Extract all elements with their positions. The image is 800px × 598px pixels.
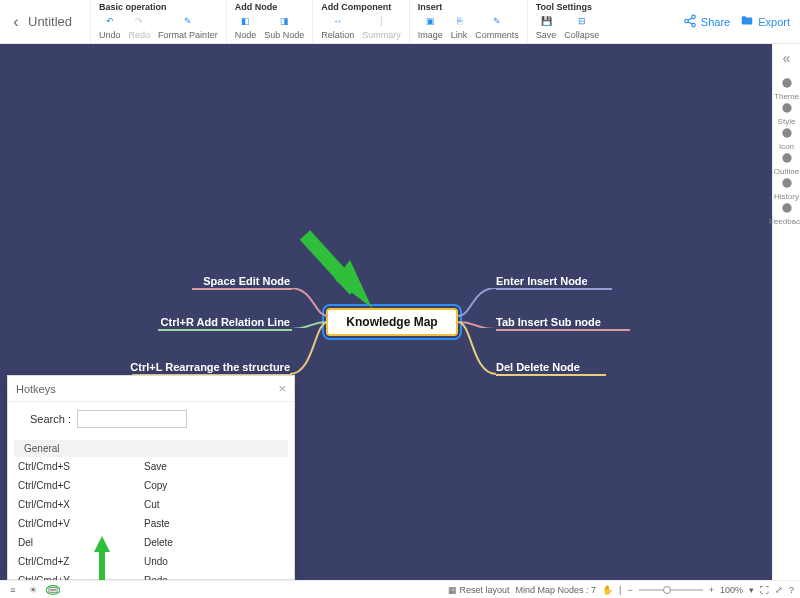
hotkey-key: Ctrl/Cmd+Z — [18, 556, 144, 567]
hotkey-action: Copy — [144, 480, 167, 491]
hotkey-row: Ctrl/Cmd+VPaste — [8, 514, 294, 533]
zoom-level: 100% — [720, 585, 743, 595]
smile-icon — [780, 126, 794, 140]
svg-rect-10 — [49, 587, 57, 592]
tool-undo[interactable]: ↶Undo — [99, 13, 121, 40]
svg-point-9 — [46, 585, 59, 594]
summary-icon: ] — [373, 13, 389, 29]
close-icon[interactable]: × — [278, 381, 286, 396]
hotkey-action: Undo — [144, 556, 168, 567]
svg-point-0 — [692, 15, 696, 18]
toolbar-group: Basic operation↶Undo↷Redo✎Format Painter — [90, 0, 226, 43]
branch-left-2[interactable]: Ctrl+L Rearrange the structure — [0, 361, 290, 373]
tool-comments[interactable]: ✎Comments — [475, 13, 519, 40]
annotation-arrow-small-icon — [92, 534, 112, 582]
link-icon: ⎘ — [451, 13, 467, 29]
sidebar-collapse-icon[interactable]: « — [783, 50, 791, 66]
sidebar-item-label: Icon — [779, 142, 794, 151]
keyboard-icon[interactable] — [46, 584, 60, 596]
tool-label: Sub Node — [264, 30, 304, 40]
sidebar-item-label: Theme — [774, 92, 799, 101]
svg-point-5 — [782, 128, 791, 137]
image-icon: ▣ — [422, 13, 438, 29]
tool-label: Undo — [99, 30, 121, 40]
hotkey-row: Ctrl/Cmd+XCut — [8, 495, 294, 514]
zoom-slider[interactable] — [639, 589, 703, 591]
hotkey-row: Ctrl/Cmd+SSave — [8, 457, 294, 476]
hotkey-action: Paste — [144, 518, 170, 529]
hotkey-row: Ctrl/Cmd+CCopy — [8, 476, 294, 495]
tool-label: Node — [235, 30, 257, 40]
svg-point-2 — [692, 23, 696, 27]
tool-label: Link — [451, 30, 468, 40]
tool-node[interactable]: ◧Node — [235, 13, 257, 40]
branch-left-0[interactable]: Space Edit Node — [0, 275, 290, 287]
fit-screen-icon[interactable]: ⛶ — [760, 585, 769, 595]
status-bar: ≡ ☀ ▦ Reset layout Mind Map Nodes : 7 ✋ … — [0, 580, 800, 598]
brightness-icon[interactable]: ☀ — [26, 584, 40, 596]
hotkeys-panel: Hotkeys × Search : General Ctrl/Cmd+SSav… — [7, 375, 295, 580]
search-label: Search : — [30, 413, 71, 425]
zoom-out-button[interactable]: − — [627, 585, 632, 595]
menu-icon[interactable]: ≡ — [6, 584, 20, 596]
sidebar-item-style[interactable]: Style — [769, 101, 800, 126]
branch-right-0[interactable]: Enter Insert Node — [496, 275, 588, 287]
tool-format-painter[interactable]: ✎Format Painter — [158, 13, 218, 40]
sidebar-item-label: History — [774, 192, 799, 201]
hotkey-key: Ctrl/Cmd+C — [18, 480, 144, 491]
hotkeys-search-input[interactable] — [77, 410, 187, 428]
sidebar-item-outline[interactable]: Outline — [769, 151, 800, 176]
tool-image[interactable]: ▣Image — [418, 13, 443, 40]
sub-node-icon: ◨ — [276, 13, 292, 29]
tool-save[interactable]: 💾Save — [536, 13, 557, 40]
fullscreen-icon[interactable]: ⤢ — [775, 585, 783, 595]
sidebar-item-label: Feedback — [769, 217, 800, 226]
reset-layout-button[interactable]: ▦ Reset layout — [448, 585, 510, 595]
tool-relation[interactable]: ↔Relation — [321, 13, 354, 40]
export-label: Export — [758, 16, 790, 28]
hotkey-action: Save — [144, 461, 167, 472]
toolbar-group: Insert▣Image⎘Link✎Comments — [409, 0, 527, 43]
undo-icon: ↶ — [102, 13, 118, 29]
hotkey-key: Ctrl/Cmd+S — [18, 461, 144, 472]
export-button[interactable]: Export — [740, 14, 790, 30]
svg-point-3 — [782, 78, 791, 87]
sidebar-item-theme[interactable]: Theme — [769, 76, 800, 101]
branch-right-1[interactable]: Tab Insert Sub node — [496, 316, 601, 328]
branch-left-1[interactable]: Ctrl+R Add Relation Line — [0, 316, 290, 328]
group-header: Add Component — [321, 2, 401, 12]
toolbar-group: Add Node◧Node◨Sub Node — [226, 0, 313, 43]
group-header: Add Node — [235, 2, 305, 12]
back-button[interactable]: ‹ — [6, 12, 26, 32]
hotkey-row: Ctrl/Cmd+ZUndo — [8, 552, 294, 571]
branch-right-2[interactable]: Del Delete Node — [496, 361, 580, 373]
tool-label: Image — [418, 30, 443, 40]
palette-icon — [780, 101, 794, 115]
tool-link[interactable]: ⎘Link — [451, 13, 468, 40]
sidebar-item-history[interactable]: History — [769, 176, 800, 201]
hotkey-action: Delete — [144, 537, 173, 548]
share-button[interactable]: Share — [683, 14, 730, 30]
hotkeys-category: General — [14, 440, 288, 457]
sidebar-item-icon[interactable]: Icon — [769, 126, 800, 151]
svg-point-4 — [782, 103, 791, 112]
tool-sub-node[interactable]: ◨Sub Node — [264, 13, 304, 40]
doc-title[interactable]: Untitled — [28, 14, 72, 29]
tool-label: Collapse — [564, 30, 599, 40]
tool-redo: ↷Redo — [129, 13, 151, 40]
hand-tool-icon[interactable]: ✋ — [602, 585, 613, 595]
sidebar-item-label: Outline — [774, 167, 799, 176]
group-header: Insert — [418, 2, 519, 12]
node-count-label: Mind Map Nodes : 7 — [516, 585, 597, 595]
tool-label: Redo — [129, 30, 151, 40]
help-icon[interactable]: ? — [789, 585, 794, 595]
save-icon: 💾 — [538, 13, 554, 29]
toolbar-group: Add Component↔Relation]Summary — [312, 0, 409, 43]
tool-collapse[interactable]: ⊟Collapse — [564, 13, 599, 40]
tool-label: Format Painter — [158, 30, 218, 40]
hotkey-action: Cut — [144, 499, 160, 510]
sidebar-item-feedback[interactable]: Feedback — [769, 201, 800, 226]
comments-icon: ✎ — [489, 13, 505, 29]
zoom-in-button[interactable]: + — [709, 585, 714, 595]
group-header: Tool Settings — [536, 2, 600, 12]
